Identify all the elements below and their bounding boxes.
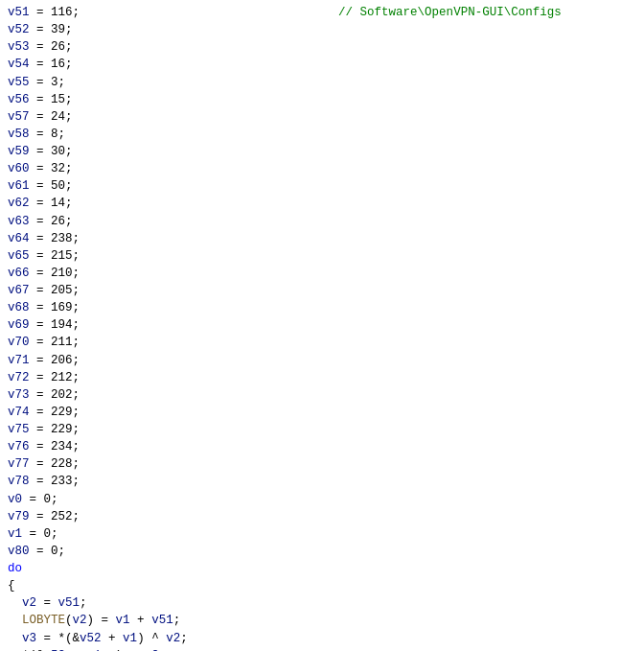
code-token-num: 26 <box>51 38 65 56</box>
table-row: v72 = 212; <box>0 369 644 386</box>
code-token-op: = <box>36 594 58 612</box>
code-token-var: v69 <box>8 316 30 334</box>
code-token-num: 234 <box>51 438 73 455</box>
table-row: v63 = 26; <box>0 213 644 230</box>
code-token-var: v73 <box>8 386 30 404</box>
code-token-var: v61 <box>8 177 30 195</box>
code-token-fn: LOBYTE <box>22 612 65 629</box>
code-token-punc: ; <box>173 612 181 629</box>
code-token-nm <box>8 630 22 647</box>
code-token-num: 14 <box>51 195 65 212</box>
code-token-punc: ; <box>73 386 80 404</box>
code-token-num: 206 <box>51 352 73 369</box>
code-token-op: & <box>73 630 80 647</box>
table-row: v80 = 0; <box>0 543 644 560</box>
code-token-num: 252 <box>51 508 73 525</box>
code-token-nm <box>8 612 22 629</box>
table-row: v69 = 194; <box>0 316 644 334</box>
table-row: do <box>0 560 644 577</box>
table-row: v0 = 0; <box>0 491 644 508</box>
code-token-num: 39 <box>51 21 65 38</box>
code-token-op: = <box>30 508 52 525</box>
code-token-op: + <box>130 612 152 629</box>
table-row: v52 = 39; <box>0 21 644 38</box>
code-token-var: v64 <box>8 230 30 247</box>
code-viewer: v51 = 116; // Software\OpenVPN-GUI\Confi… <box>0 0 644 651</box>
table-row: v70 = 211; <box>0 334 644 351</box>
code-token-punc: ( <box>65 612 73 629</box>
code-token-op: = <box>30 91 52 108</box>
code-token-op: = <box>30 195 52 212</box>
code-token-punc: ; <box>73 421 80 438</box>
code-token-num: 212 <box>51 369 73 386</box>
code-token-op: = <box>30 421 52 438</box>
code-token-num: 228 <box>51 455 73 473</box>
code-token-num: 116 <box>51 4 73 21</box>
table-row: v66 = 210; <box>0 265 644 282</box>
code-token-var: v77 <box>8 455 30 473</box>
table-row: v75 = 229; <box>0 421 644 438</box>
code-token-var: v3 <box>22 630 36 647</box>
code-token-punc: ; <box>73 404 80 421</box>
table-row: v64 = 238; <box>0 230 644 247</box>
code-token-num: 0 <box>44 525 52 543</box>
code-token-num: 8 <box>51 126 58 143</box>
code-token-num: 215 <box>51 247 73 265</box>
code-token-op: = <box>94 612 116 629</box>
code-token-punc: ; <box>73 438 80 455</box>
code-token-kw: do <box>8 560 22 577</box>
code-token-op: = <box>30 282 52 299</box>
code-token-op: = <box>36 630 58 647</box>
code-token-op: = <box>30 213 52 230</box>
code-token-var: v58 <box>8 126 30 143</box>
code-token-punc: ; <box>65 177 73 195</box>
code-token-punc: ; <box>73 352 80 369</box>
code-token-punc: ; <box>65 143 73 160</box>
code-token-var: v71 <box>8 352 30 369</box>
code-token-nm <box>8 594 22 612</box>
code-token-op: = <box>22 525 44 543</box>
code-token-var: v54 <box>8 56 30 73</box>
table-row: v54 = 16; <box>0 56 644 73</box>
code-token-var: v56 <box>8 91 30 108</box>
code-token-punc: ; <box>73 265 80 282</box>
code-token-var: v65 <box>8 247 30 265</box>
code-token-var: v79 <box>8 508 30 525</box>
code-token-var: v78 <box>8 473 30 490</box>
code-token-var: v53 <box>8 38 30 56</box>
table-row: v65 = 215; <box>0 247 644 265</box>
table-row: *(&v52 + v1++) = v3; <box>0 647 644 651</box>
code-token-var: v57 <box>8 108 30 126</box>
code-token-var: v80 <box>8 543 30 560</box>
code-token-var: v66 <box>8 265 30 282</box>
table-row: v55 = 3; <box>0 74 644 91</box>
code-token-op: = <box>22 491 44 508</box>
table-row: v71 = 206; <box>0 352 644 369</box>
code-token-punc: ; <box>159 647 167 651</box>
code-token-op: + <box>65 647 87 651</box>
code-token-var: v51 <box>8 4 30 21</box>
code-token-punc: { <box>8 577 15 594</box>
code-token-punc: ; <box>73 316 80 334</box>
table-row: v76 = 234; <box>0 438 644 455</box>
code-token-var: v2 <box>73 612 87 629</box>
code-token-op: = <box>30 316 52 334</box>
code-token-op: = <box>30 126 52 143</box>
code-token-var: v1 <box>87 647 102 651</box>
code-token-punc: ; <box>58 74 66 91</box>
code-token-var: v52 <box>80 630 102 647</box>
table-row: LOBYTE(v2) = v1 + v51; <box>0 612 644 629</box>
table-row: v73 = 202; <box>0 386 644 404</box>
code-token-op: = <box>30 352 52 369</box>
code-token-num: 32 <box>51 160 65 177</box>
code-token-op: = <box>30 160 52 177</box>
code-token-var: v1 <box>123 630 137 647</box>
code-token-op: = <box>30 4 52 21</box>
table-row: v2 = v51; <box>0 594 644 612</box>
table-row: v3 = *(&v52 + v1) ^ v2; <box>0 630 644 647</box>
code-token-op: = <box>123 647 145 651</box>
code-token-punc: ; <box>65 195 73 212</box>
code-token-var: v68 <box>8 299 30 316</box>
code-token-punc: ; <box>65 91 73 108</box>
code-token-var: v59 <box>8 143 30 160</box>
